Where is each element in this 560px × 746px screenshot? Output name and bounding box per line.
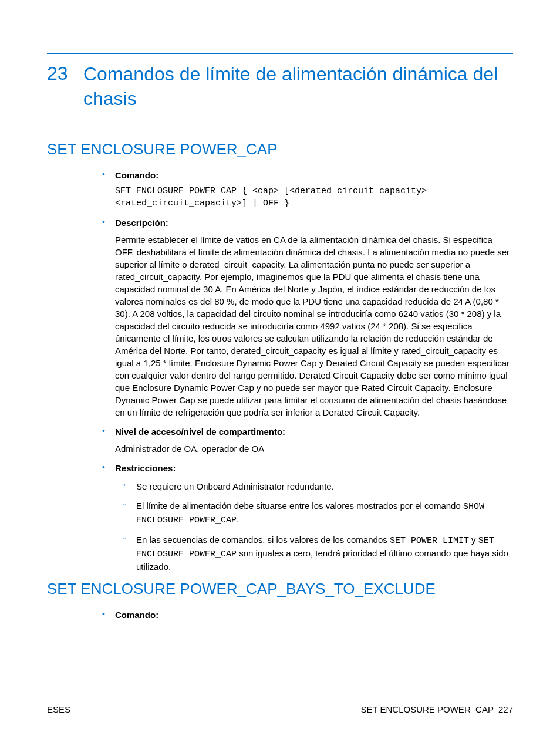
section-title: SET ENCLOSURE POWER_CAP_BAYS_TO_EXCLUDE xyxy=(47,580,513,598)
item-label: Comando: xyxy=(115,169,513,181)
sub-text: En las secuencias de comandos, si los va… xyxy=(136,535,390,545)
item-label: Descripción: xyxy=(115,217,513,229)
item-label: Nivel de acceso/nivel de compartimento: xyxy=(115,426,513,438)
item-text: Administrador de OA, operador de OA xyxy=(115,443,513,455)
sub-list-item: En las secuencias de comandos, si los va… xyxy=(115,534,513,573)
inline-code: SET POWER LIMIT xyxy=(390,536,469,546)
list-item: Restricciones: Se requiere un Onboard Ad… xyxy=(94,462,513,573)
footer-left: ESES xyxy=(47,704,70,714)
sub-text: y xyxy=(469,535,478,545)
sub-list-item: Se requiere un Onboard Administrator red… xyxy=(115,480,513,492)
item-label: Comando: xyxy=(115,609,513,621)
sub-text: Se requiere un Onboard Administrator red… xyxy=(136,481,334,491)
list-item: Nivel de acceso/nivel de compartimento: … xyxy=(94,426,513,455)
footer-right: SET ENCLOSURE POWER_CAP 227 xyxy=(360,704,513,714)
list-item: Comando: xyxy=(94,609,513,621)
sub-list-item: El límite de alimentación debe situarse … xyxy=(115,499,513,526)
section-title: SET ENCLOSURE POWER_CAP xyxy=(47,140,513,158)
item-text: Permite establecer el límite de vatios e… xyxy=(115,234,513,418)
chapter-title: Comandos de límite de alimentación dinám… xyxy=(83,62,513,111)
chapter-heading: 23 Comandos de límite de alimentación di… xyxy=(47,62,513,111)
list-item: Comando: SET ENCLOSURE POWER_CAP { <cap>… xyxy=(94,169,513,210)
list-item: Descripción: Permite establecer el límit… xyxy=(94,217,513,418)
code-block: SET ENCLOSURE POWER_CAP { <cap> [<derate… xyxy=(115,185,513,210)
sub-text: El límite de alimentación debe situarse … xyxy=(136,501,463,511)
page-footer: ESES SET ENCLOSURE POWER_CAP 227 xyxy=(47,704,513,714)
chapter-number: 23 xyxy=(47,62,70,111)
sub-text: . xyxy=(237,514,239,524)
item-label: Restricciones: xyxy=(115,462,513,474)
